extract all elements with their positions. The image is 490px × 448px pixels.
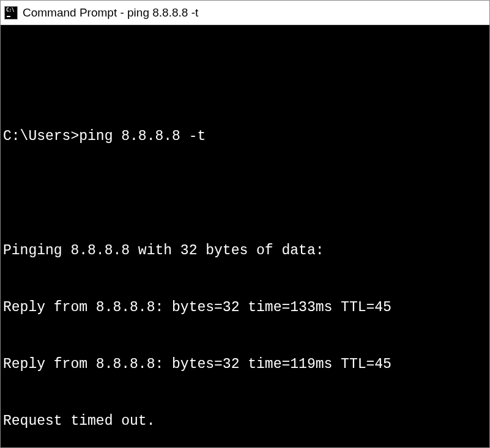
prompt-line: C:\Users>ping 8.8.8.8 -t <box>3 127 487 146</box>
prompt-text: C:\Users> <box>3 128 79 144</box>
output-line: Request timed out. <box>3 412 487 431</box>
window-title: Command Prompt - ping 8.8.8.8 -t <box>23 6 198 20</box>
titlebar[interactable]: Command Prompt - ping 8.8.8.8 -t <box>1 1 489 25</box>
output-line: Reply from 8.8.8.8: bytes=32 time=133ms … <box>3 298 487 317</box>
ping-header: Pinging 8.8.8.8 with 32 bytes of data: <box>3 241 487 260</box>
command-text: ping 8.8.8.8 -t <box>79 128 206 144</box>
blank-line <box>3 184 487 203</box>
cmd-icon <box>4 6 18 20</box>
command-prompt-window: Command Prompt - ping 8.8.8.8 -t C:\User… <box>0 0 490 448</box>
output-line: Reply from 8.8.8.8: bytes=32 time=119ms … <box>3 355 487 374</box>
blank-line <box>3 70 487 89</box>
terminal-area[interactable]: C:\Users>ping 8.8.8.8 -t Pinging 8.8.8.8… <box>1 25 489 447</box>
